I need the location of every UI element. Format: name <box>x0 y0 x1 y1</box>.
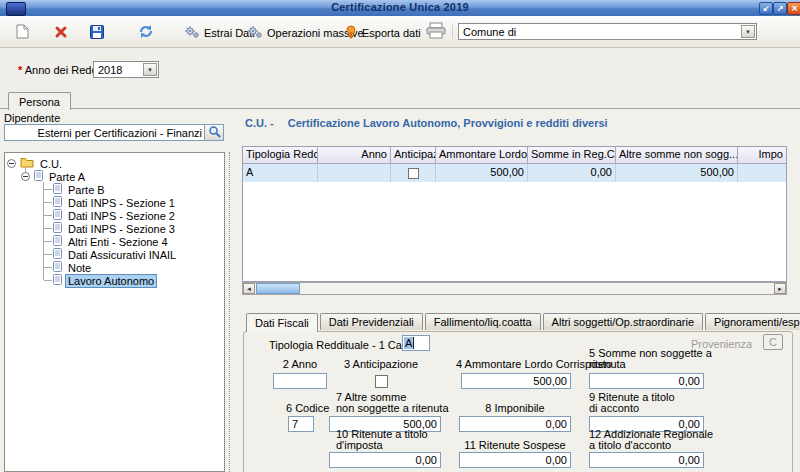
tree-item-label[interactable]: Dati Assicurativi INAIL <box>66 249 178 261</box>
anticipazione-row-checkbox[interactable] <box>408 168 419 179</box>
estrai-dati-button[interactable]: Estrai Dati <box>184 23 255 42</box>
tree-item-label[interactable]: Note <box>66 262 93 274</box>
tree-item-parte-b[interactable]: Parte B <box>53 183 107 196</box>
window-close-button[interactable]: ✕ <box>787 2 800 15</box>
codice-input[interactable] <box>288 416 314 432</box>
gears-icon <box>247 25 263 41</box>
grid-horizontal-scrollbar[interactable]: ◄ ► <box>242 282 787 295</box>
scrollbar-thumb[interactable] <box>256 283 300 294</box>
folder-icon <box>20 157 34 170</box>
required-marker: * <box>18 64 22 76</box>
tab-persona[interactable]: Persona <box>8 92 71 110</box>
minimize-icon: ↙ <box>763 5 770 13</box>
collapse-toggle-icon[interactable] <box>7 159 16 168</box>
delete-x-icon <box>54 25 68 41</box>
column-header-ammontare[interactable]: Ammontare Lordo Cor... <box>436 147 528 163</box>
esporta-dati-button[interactable]: Esporta dati <box>345 23 421 42</box>
tree-item-label[interactable]: Parte A <box>47 171 87 183</box>
delete-button[interactable] <box>54 23 68 42</box>
close-icon: ✕ <box>791 5 798 13</box>
column-header-somme-reg[interactable]: Somme in Reg.Conv. <box>528 147 616 163</box>
tree-item-label[interactable]: C.U. <box>38 158 64 170</box>
document-icon <box>53 222 62 235</box>
tab-pignoramenti[interactable]: Pignoramenti/espropri <box>705 313 800 330</box>
tree-item-note[interactable]: Note <box>53 261 93 274</box>
ammontare-label: 4 Ammontare Lordo Corrisposto <box>456 358 576 370</box>
tab-dati-previdenziali[interactable]: Dati Previdenziali <box>320 313 423 330</box>
section-header: C.U. -Certificazione Lavoro Autonomo, Pr… <box>245 117 608 129</box>
tree-item-cu[interactable]: C.U. <box>7 157 64 170</box>
refresh-button[interactable] <box>138 23 154 42</box>
anticipazione-checkbox[interactable] <box>375 375 388 388</box>
addizionale-input[interactable] <box>589 452 704 468</box>
ammontare-input[interactable] <box>461 373 571 389</box>
document-icon <box>53 183 62 196</box>
tree-item-label[interactable]: Dati INPS - Sezione 3 <box>66 223 177 235</box>
causale-input[interactable]: A <box>402 335 430 351</box>
tree-connector <box>44 280 52 281</box>
tree-item-label[interactable]: Dati INPS - Sezione 1 <box>66 197 177 209</box>
document-icon <box>53 235 62 248</box>
imponibile-input[interactable] <box>459 416 571 432</box>
scroll-right-button[interactable]: ► <box>774 283 786 294</box>
tree-item-parte-a[interactable]: Parte A <box>21 170 87 183</box>
tab-fallimento[interactable]: Fallimento/liq.coatta <box>425 313 541 330</box>
tree-item-inps-2[interactable]: Dati INPS - Sezione 2 <box>53 209 177 222</box>
anno-field-input[interactable] <box>273 373 327 389</box>
altre-somme-label-line2: non soggette a ritenuta <box>336 402 449 414</box>
tree-item-label[interactable]: Dati INPS - Sezione 2 <box>66 210 177 222</box>
search-icon <box>208 125 221 140</box>
tree-item-label[interactable]: Altri Enti - Sezione 4 <box>66 236 170 248</box>
dipendente-label: Dipendente <box>4 112 60 124</box>
tree-item-lavoro-autonomo[interactable]: Lavoro Autonomo <box>53 274 156 287</box>
cell-tipologia: A <box>243 164 318 182</box>
column-header-altre-somme[interactable]: Altre somme non sogg... <box>616 147 738 163</box>
search-button[interactable] <box>204 125 223 140</box>
tree-item-inps-3[interactable]: Dati INPS - Sezione 3 <box>53 222 177 235</box>
splitter-handle[interactable] <box>229 152 231 472</box>
document-icon <box>53 274 62 287</box>
tree-connector <box>44 267 52 268</box>
tree-item-altri-enti[interactable]: Altri Enti - Sezione 4 <box>53 235 170 248</box>
scroll-right-icon: ► <box>777 286 783 292</box>
tab-persona-label: Persona <box>19 96 60 108</box>
column-header-anticipazione[interactable]: Anticipazi... <box>391 147 436 163</box>
save-button[interactable] <box>90 23 104 42</box>
tree-connector <box>44 215 52 216</box>
document-icon <box>53 196 62 209</box>
column-header-tipologia[interactable]: Tipologia Redditu... <box>243 147 318 163</box>
tree-item-label-selected[interactable]: Lavoro Autonomo <box>66 275 156 287</box>
dipendente-field[interactable]: Esterni per Certificazioni - Finanzi <box>4 124 224 141</box>
column-header-anno[interactable]: Anno <box>318 147 391 163</box>
grid-row-selected[interactable]: A 500,00 0,00 500,00 <box>243 164 786 182</box>
tree-item-label[interactable]: Parte B <box>66 184 107 196</box>
window-maximize-button[interactable]: ↗ <box>773 2 787 15</box>
ritenute-imposta-input[interactable] <box>329 452 441 468</box>
somme-label-line2: ritenuta <box>589 358 626 370</box>
title-bar: Certificazione Unica 2019 ↙ ↗ ✕ <box>0 0 800 17</box>
tree-item-inail[interactable]: Dati Assicurativi INAIL <box>53 248 178 261</box>
new-document-icon <box>16 24 29 41</box>
detail-tabs: Dati Fiscali Dati Previdenziali Fallimen… <box>246 313 800 332</box>
records-grid: Tipologia Redditu... Anno Anticipazi... … <box>242 146 787 282</box>
tab-dati-fiscali[interactable]: Dati Fiscali <box>246 313 318 332</box>
tab-altri-soggetti[interactable]: Altri soggetti/Op.straordinarie <box>543 313 703 330</box>
somme-input[interactable] <box>589 373 704 389</box>
cell-anticipazione <box>391 164 436 182</box>
collapse-toggle-icon[interactable] <box>21 172 30 181</box>
new-button[interactable] <box>16 23 29 42</box>
window-minimize-button[interactable]: ↙ <box>759 2 773 15</box>
comune-combobox[interactable]: Comune di ▼ <box>458 23 757 40</box>
chevron-down-icon[interactable]: ▼ <box>741 25 755 38</box>
codice-label: 6 Codice <box>286 402 329 414</box>
dati-fiscali-panel: Tipologia Reddituale - 1 Causale A Prove… <box>243 331 793 472</box>
tree-connector <box>44 241 52 242</box>
column-header-imponibile[interactable]: Impo <box>738 147 786 163</box>
tree-connector <box>43 182 44 280</box>
scroll-left-button[interactable]: ◄ <box>243 283 255 294</box>
chevron-down-icon[interactable]: ▼ <box>143 63 157 76</box>
ritenute-sospese-input[interactable] <box>459 452 571 468</box>
tree-item-inps-1[interactable]: Dati INPS - Sezione 1 <box>53 196 177 209</box>
print-button[interactable] <box>426 22 446 41</box>
anno-redditi-combobox[interactable]: 2018 ▼ <box>93 61 159 78</box>
